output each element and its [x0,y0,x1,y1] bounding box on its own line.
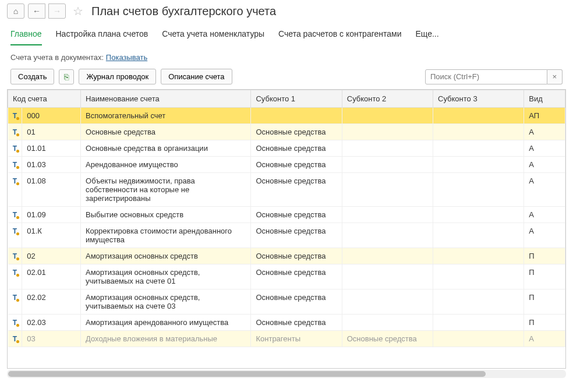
account-type-icon: Т [13,144,17,153]
cell-sub3 [433,207,524,223]
cell-code: 02.03 [22,315,81,331]
account-type-icon: Т [13,269,17,277]
home-button[interactable]: ⌂ [7,3,24,19]
account-type-icon: Т [13,112,17,120]
account-type-icon: Т [13,319,17,327]
cell-sub2 [342,289,433,315]
cell-sub2 [342,315,433,331]
cell-code: 01.01 [22,140,81,157]
describe-account-button[interactable]: Описание счета [161,69,232,84]
cell-code: 01.08 [22,173,81,207]
tab-plan-settings[interactable]: Настройка плана счетов [56,26,148,45]
accounts-table: Код счета Наименование счета Субконто 1 … [8,90,565,347]
tab-more[interactable]: Еще... [415,26,438,45]
cell-sub3 [433,140,524,157]
cell-sub1: Основные средства [251,207,342,223]
col-header-sub3[interactable]: Субконто 3 [433,90,524,108]
cell-sub2 [342,124,433,140]
cell-sub3 [433,331,524,347]
table-row[interactable]: Т01.03Арендованное имуществоОсновные сре… [8,157,565,173]
cell-name: Выбытие основных средств [81,207,251,223]
cell-vid: А [524,173,565,207]
col-header-sub1[interactable]: Субконто 1 [251,90,342,108]
tab-main[interactable]: Главное [10,26,42,45]
search-input[interactable] [425,69,547,84]
page-title: План счетов бухгалтерского учета [91,5,276,18]
tab-nomenclature-accounts[interactable]: Счета учета номенклатуры [162,26,264,45]
table-row[interactable]: Т02.02Амортизация основных средств, учит… [8,289,565,315]
cell-sub2 [342,140,433,157]
cell-sub2 [342,173,433,207]
close-icon: × [553,72,557,81]
table-row[interactable]: Т000Вспомогательный счетАП [8,108,565,124]
table-row[interactable]: Т01.09Выбытие основных средствОсновные с… [8,207,565,223]
cell-sub1: Основные средства [251,157,342,173]
cell-sub3 [433,289,524,315]
cell-vid: А [524,207,565,223]
account-type-icon: Т [13,161,17,169]
cell-vid: П [524,289,565,315]
favorite-star-icon[interactable]: ☆ [73,4,83,18]
cell-sub2 [342,108,433,124]
col-header-sub2[interactable]: Субконто 2 [342,90,433,108]
horizontal-scrollbar[interactable] [7,370,566,378]
cell-sub3 [433,108,524,124]
table-row[interactable]: Т02.01Амортизация основных средств, учит… [8,264,565,289]
cell-name: Основные средства в организации [81,140,251,157]
table-row[interactable]: Т01Основные средстваОсновные средстваА [8,124,565,140]
cell-name: Основные средства [81,124,251,140]
cell-name: Амортизация основных средств, учитываемы… [81,264,251,289]
journal-button[interactable]: Журнал проводок [79,69,156,84]
cell-sub1: Основные средства [251,173,342,207]
copy-icon: ⎘ [64,72,69,82]
cell-sub2 [342,157,433,173]
table-header-row: Код счета Наименование счета Субконто 1 … [8,90,565,108]
cell-sub3 [433,124,524,140]
account-type-icon: Т [13,294,17,302]
cell-sub1: Основные средства [251,248,342,264]
account-type-icon: Т [13,335,17,343]
search-clear-button[interactable]: × [547,69,563,84]
table-row[interactable]: Т01.ККорректировка стоимости арендованно… [8,223,565,248]
table-row[interactable]: Т03Доходные вложения в материальныеКонтр… [8,331,565,347]
arrow-left-icon: ← [33,6,41,16]
cell-code: 02.01 [22,264,81,289]
cell-sub1: Основные средства [251,124,342,140]
cell-sub2 [342,207,433,223]
col-header-vid[interactable]: Вид [524,90,565,108]
cell-name: Доходные вложения в материальные [81,331,251,347]
cell-sub3 [433,157,524,173]
cell-sub1 [251,108,342,124]
table-row[interactable]: Т01.01Основные средства в организацииОсн… [8,140,565,157]
table-row[interactable]: Т02.03Амортизация арендованного имуществ… [8,315,565,331]
cell-sub2 [342,264,433,289]
tab-contractor-accounts[interactable]: Счета расчетов с контрагентами [278,26,401,45]
cell-vid: П [524,315,565,331]
account-type-icon: Т [13,227,17,235]
cell-sub3 [433,248,524,264]
doc-accounts-link[interactable]: Показывать [106,53,147,62]
cell-name: Амортизация основных средств, учитываемы… [81,289,251,315]
table-row[interactable]: Т02Амортизация основных средствОсновные … [8,248,565,264]
scrollbar-thumb[interactable] [8,371,486,377]
home-icon: ⌂ [13,6,18,16]
copy-button[interactable]: ⎘ [59,69,74,84]
tab-bar: Главное Настройка плана счетов Счета уче… [0,21,573,46]
back-button[interactable]: ← [28,3,45,19]
cell-sub1: Основные средства [251,315,342,331]
cell-sub2 [342,248,433,264]
table-row[interactable]: Т01.08Объекты недвижимости, права собств… [8,173,565,207]
col-header-name[interactable]: Наименование счета [81,90,251,108]
cell-name: Корректировка стоимости арендованного им… [81,223,251,248]
create-button[interactable]: Создать [10,69,54,84]
forward-button[interactable]: → [48,3,66,19]
cell-code: 02 [22,248,81,264]
cell-sub2 [342,223,433,248]
cell-vid: А [524,223,565,248]
cell-name: Амортизация основных средств [81,248,251,264]
cell-sub1: Контрагенты [251,331,342,347]
arrow-right-icon: → [53,6,61,16]
cell-vid: АП [524,108,565,124]
col-header-code[interactable]: Код счета [8,90,81,108]
cell-vid: А [524,140,565,157]
